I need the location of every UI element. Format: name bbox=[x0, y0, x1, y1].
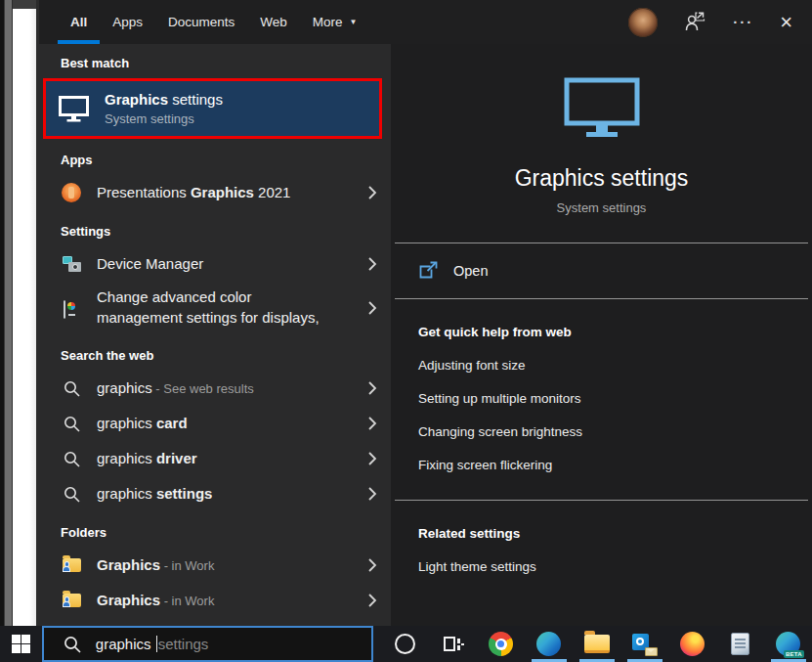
help-link-adjusting-font-size[interactable]: Adjusting font size bbox=[418, 358, 812, 373]
chevron-right-icon[interactable] bbox=[367, 486, 377, 502]
chevron-right-icon[interactable] bbox=[367, 557, 377, 573]
divider bbox=[395, 500, 808, 501]
tab-all[interactable]: All bbox=[58, 0, 100, 44]
preview-panel: Graphics settings System settings Open G… bbox=[391, 44, 812, 626]
search-icon bbox=[64, 636, 81, 653]
folder-result-graphics-work-1[interactable]: Graphics - in Work bbox=[39, 548, 391, 583]
taskbar-icons: BETA bbox=[381, 626, 812, 662]
preview-subtitle: System settings bbox=[391, 200, 812, 215]
chevron-right-icon[interactable] bbox=[367, 256, 377, 272]
result-presentations-graphics-2021[interactable]: Presentations Graphics 2021 bbox=[39, 175, 391, 210]
folder-result-graphics-work-3[interactable]: Graphics - in Work bbox=[39, 618, 391, 626]
cortana-icon bbox=[395, 634, 415, 654]
web-result-graphics-driver[interactable]: graphics driver bbox=[39, 441, 391, 476]
search-icon bbox=[59, 416, 84, 432]
outlook-icon bbox=[632, 633, 658, 656]
chevron-right-icon[interactable] bbox=[367, 185, 377, 200]
edge-beta-icon: BETA bbox=[776, 632, 800, 656]
related-settings-header: Related settings bbox=[418, 526, 812, 541]
edge-beta-button[interactable]: BETA bbox=[764, 626, 812, 662]
result-color-management[interactable]: Change advanced colormanagement settings… bbox=[39, 282, 391, 334]
text-cursor bbox=[156, 636, 157, 652]
taskbar-search-input[interactable]: graphics settings bbox=[42, 626, 373, 662]
open-external-icon bbox=[418, 261, 438, 281]
tab-documents[interactable]: Documents bbox=[155, 0, 247, 44]
topbar-actions: ··· × bbox=[628, 0, 792, 44]
user-avatar[interactable] bbox=[628, 8, 658, 37]
feedback-person-icon[interactable] bbox=[684, 12, 706, 32]
edge-button[interactable] bbox=[525, 626, 573, 662]
section-header-apps: Apps bbox=[61, 153, 391, 167]
cortana-button[interactable] bbox=[381, 626, 429, 662]
more-options-icon[interactable]: ··· bbox=[733, 15, 753, 29]
chevron-right-icon[interactable] bbox=[367, 593, 377, 608]
folder-result-graphics-work-2[interactable]: Graphics - in Work bbox=[39, 583, 391, 618]
folder-user-icon bbox=[59, 594, 84, 607]
file-explorer-icon bbox=[584, 635, 610, 653]
tab-more[interactable]: More ▼ bbox=[300, 0, 370, 44]
section-header-search-the-web: Search the web bbox=[61, 348, 391, 363]
result-subtitle: System settings bbox=[105, 111, 223, 126]
chevron-right-icon[interactable] bbox=[367, 300, 377, 316]
beta-badge: BETA bbox=[784, 650, 804, 658]
search-filter-tabs: All Apps Documents Web More ▼ bbox=[58, 0, 370, 44]
help-section-header: Get quick help from web bbox=[418, 325, 812, 339]
notepad-icon bbox=[731, 633, 749, 655]
web-result-graphics[interactable]: graphics - See web results bbox=[39, 371, 391, 406]
tab-apps[interactable]: Apps bbox=[100, 0, 155, 44]
device-manager-icon bbox=[59, 256, 84, 272]
tab-web[interactable]: Web bbox=[247, 0, 300, 44]
close-icon[interactable]: × bbox=[780, 12, 792, 33]
windows-logo-icon bbox=[12, 635, 30, 653]
background-window-edge bbox=[0, 0, 39, 626]
divider bbox=[395, 298, 808, 299]
search-body: Best match Graphics settings System sett… bbox=[39, 44, 812, 626]
task-view-button[interactable] bbox=[429, 626, 477, 662]
search-input-space bbox=[151, 636, 155, 652]
chrome-icon bbox=[489, 632, 513, 656]
edge-icon bbox=[536, 632, 561, 656]
open-label: Open bbox=[453, 263, 488, 279]
folder-user-icon bbox=[59, 558, 84, 572]
chrome-button[interactable] bbox=[477, 626, 525, 662]
search-flyout: All Apps Documents Web More ▼ ··· × bbox=[39, 0, 812, 626]
help-link-screen-flickering[interactable]: Fixing screen flickering bbox=[418, 458, 812, 472]
web-result-graphics-settings[interactable]: graphics settings bbox=[39, 476, 391, 511]
results-panel: Best match Graphics settings System sett… bbox=[39, 44, 391, 626]
section-header-settings: Settings bbox=[61, 224, 391, 239]
best-match-text: Graphics settings System settings bbox=[105, 91, 223, 126]
monitor-icon bbox=[59, 96, 89, 122]
help-link-screen-brightness[interactable]: Changing screen brightness bbox=[418, 424, 812, 439]
firefox-button[interactable] bbox=[668, 626, 716, 662]
background-window-cap bbox=[13, 0, 36, 9]
background-scrollbar-strip bbox=[4, 0, 12, 626]
chevron-right-icon[interactable] bbox=[367, 380, 377, 396]
taskbar: graphics settings BETA bbox=[0, 626, 812, 662]
notepad-button[interactable] bbox=[716, 626, 764, 662]
search-icon bbox=[59, 451, 84, 467]
web-result-graphics-card[interactable]: graphics card bbox=[39, 406, 391, 441]
section-header-folders: Folders bbox=[61, 525, 391, 540]
tab-more-label: More bbox=[313, 15, 343, 29]
start-button[interactable] bbox=[0, 626, 42, 662]
chevron-right-icon[interactable] bbox=[367, 416, 377, 431]
section-header-best-match: Best match bbox=[61, 56, 391, 70]
presentations-app-icon bbox=[59, 183, 84, 202]
outlook-button[interactable] bbox=[620, 626, 668, 662]
task-view-icon bbox=[443, 636, 464, 653]
monitor-icon-large bbox=[564, 77, 640, 140]
best-match-result-graphics-settings[interactable]: Graphics settings System settings bbox=[43, 78, 382, 139]
result-device-manager[interactable]: Device Manager bbox=[39, 246, 391, 282]
search-topbar: All Apps Documents Web More ▼ ··· × bbox=[39, 0, 812, 44]
color-management-icon bbox=[59, 301, 84, 316]
preview-header: Graphics settings System settings bbox=[391, 44, 812, 215]
chevron-right-icon[interactable] bbox=[367, 451, 377, 466]
preview-title: Graphics settings bbox=[391, 165, 812, 192]
help-link-multiple-monitors[interactable]: Setting up multiple monitors bbox=[418, 391, 812, 406]
open-action[interactable]: Open bbox=[391, 243, 812, 298]
search-icon bbox=[59, 486, 84, 503]
search-icon bbox=[59, 380, 84, 397]
file-explorer-button[interactable] bbox=[573, 626, 620, 662]
related-link-light-theme[interactable]: Light theme settings bbox=[418, 559, 812, 574]
search-input-value: graphics bbox=[96, 636, 151, 652]
